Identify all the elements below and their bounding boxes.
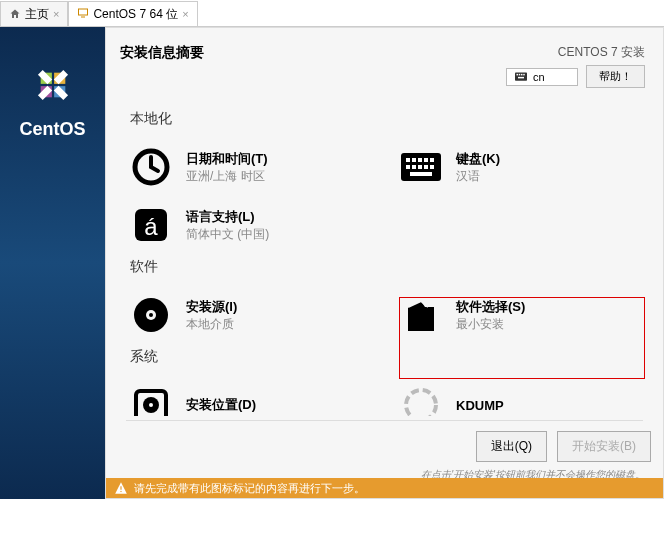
svg-rect-11 xyxy=(519,74,521,76)
section-software: 软件 xyxy=(106,254,663,286)
tab-home-label: 主页 xyxy=(25,6,49,23)
svg-rect-13 xyxy=(523,74,525,76)
item-title: KDUMP xyxy=(456,398,504,413)
svg-rect-22 xyxy=(406,165,410,169)
home-icon xyxy=(9,8,21,20)
svg-rect-24 xyxy=(418,165,422,169)
help-button[interactable]: 帮助！ xyxy=(586,65,645,88)
keyboard-icon xyxy=(400,146,442,188)
item-sub: 本地介质 xyxy=(186,316,237,333)
svg-rect-20 xyxy=(424,158,428,162)
svg-rect-18 xyxy=(412,158,416,162)
item-sub: 最小安装 xyxy=(456,316,525,333)
warning-text: 请先完成带有此图标标记的内容再进行下一步。 xyxy=(134,481,365,496)
section-system: 系统 xyxy=(106,344,663,376)
warning-bar: 请先完成带有此图标标记的内容再进行下一步。 xyxy=(106,478,663,498)
svg-rect-26 xyxy=(430,165,434,169)
warning-icon xyxy=(114,481,128,495)
sidebar: CentOS xyxy=(0,27,105,499)
language-selector[interactable]: cn xyxy=(506,68,578,86)
svg-point-32 xyxy=(149,313,153,317)
item-sub: 亚洲/上海 时区 xyxy=(186,168,268,185)
divider xyxy=(126,420,643,421)
svg-rect-37 xyxy=(120,486,121,490)
kdump-icon xyxy=(400,384,442,416)
keyboard-icon xyxy=(515,72,527,81)
monitor-icon xyxy=(77,7,89,22)
item-title: 键盘(K) xyxy=(456,150,500,168)
svg-rect-12 xyxy=(521,74,523,76)
lang-code: cn xyxy=(533,71,545,83)
item-title: 软件选择(S) xyxy=(456,298,525,316)
svg-point-35 xyxy=(149,403,153,407)
svg-rect-17 xyxy=(406,158,410,162)
product-label: CENTOS 7 安装 xyxy=(506,44,645,61)
item-title: 语言支持(L) xyxy=(186,208,269,226)
package-icon xyxy=(400,294,442,336)
svg-rect-19 xyxy=(418,158,422,162)
header: 安装信息摘要 CENTOS 7 安装 cn 帮助！ xyxy=(106,28,663,96)
svg-rect-27 xyxy=(410,172,432,176)
svg-rect-38 xyxy=(120,491,121,492)
content-panel: 安装信息摘要 CENTOS 7 安装 cn 帮助！ 本地化 xyxy=(105,27,664,499)
item-install-source[interactable]: 安装源(I) 本地介质 xyxy=(106,286,376,344)
item-title: 安装源(I) xyxy=(186,298,237,316)
footer-buttons: 退出(Q) 开始安装(B) xyxy=(476,431,651,462)
svg-rect-10 xyxy=(517,74,519,76)
item-datetime[interactable]: 日期和时间(T) 亚洲/上海 时区 xyxy=(106,138,376,196)
tab-vm[interactable]: CentOS 7 64 位 × xyxy=(68,1,197,26)
svg-rect-25 xyxy=(424,165,428,169)
centos-logo-icon xyxy=(25,57,81,113)
item-title: 安装位置(D) xyxy=(186,396,256,414)
item-title: 日期和时间(T) xyxy=(186,150,268,168)
svg-text:á: á xyxy=(144,213,158,240)
page-title: 安装信息摘要 xyxy=(120,44,204,88)
clock-icon xyxy=(130,146,172,188)
item-software-selection[interactable]: 软件选择(S) 最小安装 xyxy=(376,286,646,344)
item-keyboard[interactable]: 键盘(K) 汉语 xyxy=(376,138,646,196)
begin-install-button[interactable]: 开始安装(B) xyxy=(557,431,651,462)
svg-rect-0 xyxy=(79,9,88,15)
brand-text: CentOS xyxy=(19,119,85,140)
close-icon[interactable]: × xyxy=(53,8,59,20)
disk-icon xyxy=(130,384,172,416)
svg-rect-23 xyxy=(412,165,416,169)
close-icon[interactable]: × xyxy=(182,8,188,20)
section-localization: 本地化 xyxy=(106,106,663,138)
item-sub: 汉语 xyxy=(456,168,500,185)
svg-rect-21 xyxy=(430,158,434,162)
main-area: CentOS 安装信息摘要 CENTOS 7 安装 cn 帮助！ 本地化 xyxy=(0,27,664,499)
svg-point-36 xyxy=(406,390,436,416)
tab-bar: 主页 × CentOS 7 64 位 × xyxy=(0,0,664,27)
tab-vm-label: CentOS 7 64 位 xyxy=(93,6,178,23)
item-language[interactable]: á 语言支持(L) 简体中文 (中国) xyxy=(106,196,376,254)
svg-rect-9 xyxy=(515,72,527,80)
item-kdump[interactable]: KDUMP xyxy=(376,376,646,416)
item-install-destination[interactable]: 安装位置(D) xyxy=(106,376,376,416)
disc-icon xyxy=(130,294,172,336)
item-sub: 简体中文 (中国) xyxy=(186,226,269,243)
tab-home[interactable]: 主页 × xyxy=(0,1,68,26)
svg-rect-14 xyxy=(518,77,524,79)
language-icon: á xyxy=(130,204,172,246)
quit-button[interactable]: 退出(Q) xyxy=(476,431,547,462)
